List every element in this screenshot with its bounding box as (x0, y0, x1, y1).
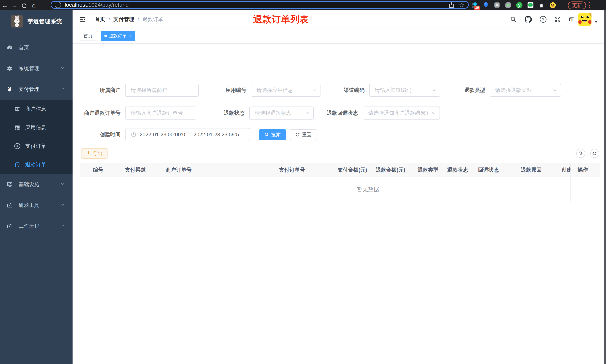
col-refund-type: 退款类型 (418, 163, 438, 177)
extension-y-icon[interactable]: y (516, 2, 523, 9)
refresh-icon (295, 132, 300, 137)
filter-label-merchant-refund-no: 商户退款订单号 (84, 106, 120, 119)
gear-icon (6, 65, 13, 71)
refund-status-input[interactable] (249, 106, 314, 119)
chevron-up-icon (60, 86, 65, 92)
refund-status-select[interactable] (249, 106, 314, 119)
window-scrollbar[interactable] (604, 10, 606, 364)
url-host: localhost (65, 2, 87, 8)
date-separator: - (188, 132, 190, 138)
extension-balloon-icon[interactable] (483, 2, 489, 9)
bookmark-star-icon[interactable]: ☆ (459, 2, 465, 8)
extension-diamond-icon[interactable]: 10 (471, 2, 478, 9)
share-icon[interactable] (449, 2, 454, 8)
extension-cmd-icon[interactable]: ⌘ (494, 2, 500, 9)
briefcase-icon (6, 202, 13, 208)
sidebar-item-label: 系统管理 (19, 65, 40, 72)
sidebar-item-app-info[interactable]: 应用信息 (0, 118, 73, 137)
filter-label-create-time: 创建时间 (100, 128, 120, 141)
browser-back-icon[interactable]: ← (0, 0, 10, 10)
app-select[interactable] (251, 84, 320, 97)
browser-home-icon[interactable]: ⌂ (29, 0, 39, 10)
refund-type-input[interactable] (490, 84, 561, 97)
app-input[interactable] (251, 84, 320, 97)
yen-circle-icon: ¥ (14, 143, 21, 149)
sidebar-logo[interactable]: 芋道管理系统 (0, 10, 73, 27)
date-end-value[interactable]: 2022-01-23 23:59:59 (193, 132, 239, 138)
sidebar-fold-icon[interactable] (79, 16, 86, 23)
tab-home[interactable]: 首页 (80, 31, 96, 41)
refund-type-select[interactable] (490, 84, 561, 97)
col-pay-channel: 支付渠道 (125, 163, 146, 177)
col-pay-amount: 支付金额(元) (338, 163, 367, 177)
chevron-down-icon (60, 182, 65, 188)
channel-input[interactable] (369, 84, 440, 97)
sidebar-item-label: 退款订单 (25, 161, 46, 168)
breadcrumb-home[interactable]: 首页 (95, 16, 105, 23)
tabbar: 首页 退款订单 × (73, 28, 606, 43)
refresh-table-button[interactable] (590, 149, 599, 158)
extension-dot-icon[interactable] (505, 2, 512, 9)
extension-puzzle-icon[interactable] (538, 2, 545, 9)
filter-label-channel: 渠道编码 (344, 84, 365, 97)
search-icon[interactable] (510, 16, 517, 23)
browser-reload-icon[interactable] (19, 0, 29, 10)
extension-chat-icon[interactable] (527, 2, 534, 9)
font-size-icon[interactable]: tT (569, 16, 573, 23)
empty-text: 暂无数据 (357, 186, 379, 193)
sidebar-item-system[interactable]: 系统管理 (0, 58, 73, 79)
merchant-select[interactable] (125, 84, 199, 97)
merchant-input[interactable] (125, 84, 199, 97)
create-time-range-picker[interactable]: 2022-01-23 00:00:00 - 2022-01-23 23:59:5… (125, 128, 250, 141)
reset-button[interactable]: 重置 (290, 129, 317, 140)
search-icon (264, 132, 269, 137)
filter-label-refund-type: 退款类型 (464, 84, 485, 97)
browser-menu-icon[interactable] (588, 2, 591, 8)
monitor-icon (6, 182, 13, 187)
fullscreen-icon[interactable] (554, 16, 561, 23)
date-start-value[interactable]: 2022-01-23 00:00:00 (140, 132, 185, 138)
page-title: 退款订单列表 (253, 13, 309, 25)
show-search-toggle-button[interactable] (576, 149, 585, 158)
sidebar-item-payment[interactable]: ¥ 支付管理 (0, 79, 73, 100)
fixed-column-divider (570, 163, 571, 202)
filter-label-callback-status: 退款回调状态 (327, 106, 358, 119)
sidebar-item-infra[interactable]: 基础设施 (0, 174, 73, 195)
tab-refund-order[interactable]: 退款订单 × (101, 31, 135, 41)
extension-emoji-icon[interactable] (550, 2, 556, 9)
browser-forward-icon[interactable]: → (10, 0, 19, 10)
browser-update-button[interactable]: 更新 (568, 1, 586, 9)
channel-select[interactable] (369, 84, 440, 97)
app-window: ← → ⌂ i localhost:1024/pay/refund ☆ 10 (0, 0, 606, 364)
clock-icon (131, 132, 136, 137)
tab-close-icon[interactable]: × (129, 34, 132, 38)
search-button[interactable]: 搜索 (259, 129, 286, 140)
sidebar-item-refund-order[interactable]: 退款订单 (0, 156, 73, 174)
avatar-caret-icon[interactable] (594, 21, 598, 23)
merchant-refund-no-field[interactable] (125, 106, 197, 119)
sidebar-item-merchant-info[interactable]: 商户信息 (0, 100, 73, 118)
col-id: 编号 (93, 163, 104, 177)
merchant-refund-no-input[interactable] (125, 106, 197, 119)
sidebar-item-pay-order[interactable]: ¥ 支付订单 (0, 137, 73, 156)
topbar-icons: ? tT (510, 10, 573, 28)
site-info-icon[interactable]: i (55, 2, 61, 8)
help-icon[interactable]: ? (540, 16, 546, 23)
callback-status-input[interactable] (363, 106, 440, 119)
url-text[interactable]: localhost:1024/pay/refund (65, 2, 449, 8)
sidebar-item-devtools[interactable]: 研发工具 (0, 195, 73, 216)
url-bar[interactable]: i localhost:1024/pay/refund ☆ (51, 1, 469, 9)
sidebar-item-home[interactable]: 首页 (0, 37, 73, 58)
sidebar-item-label: 首页 (19, 44, 29, 51)
github-icon[interactable] (525, 16, 532, 23)
col-refund-amount: 退款金额(元) (376, 163, 405, 177)
breadcrumb-payment[interactable]: 支付管理 (113, 16, 134, 23)
callback-status-select[interactable] (363, 106, 440, 119)
export-button[interactable]: 导出 (81, 148, 107, 159)
briefcase-icon (6, 223, 13, 229)
avatar[interactable] (578, 13, 592, 26)
topbar: 首页 / 支付管理 / 退款订单 退款订单列表 ? tT (73, 10, 606, 28)
yen-icon: ¥ (6, 85, 13, 93)
col-actions: 操作 (578, 163, 588, 177)
sidebar-item-workflow[interactable]: 工作流程 (0, 216, 73, 236)
